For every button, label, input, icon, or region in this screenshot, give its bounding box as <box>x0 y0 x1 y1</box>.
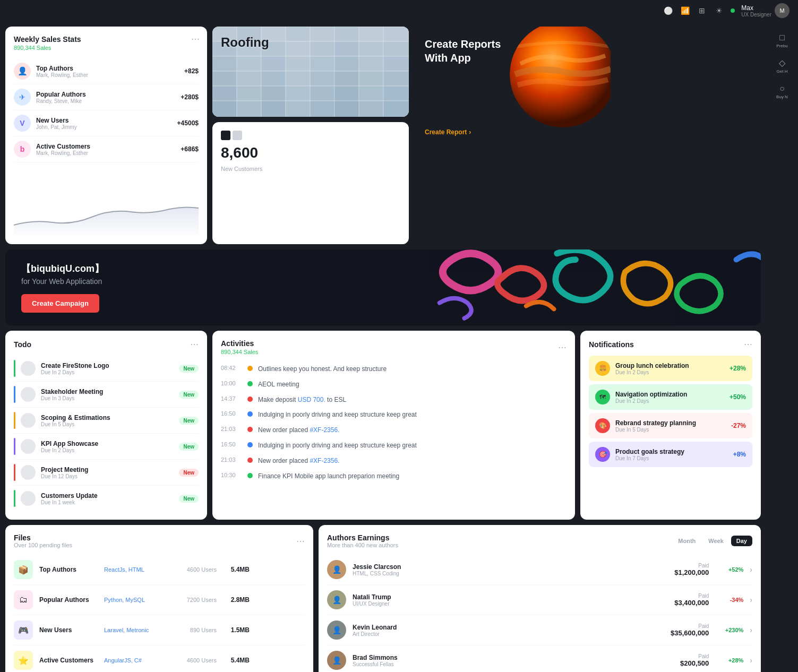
author-arrow-icon[interactable]: › <box>750 626 752 634</box>
user-avatar[interactable]: M <box>775 3 790 18</box>
files-title: Files <box>14 533 72 542</box>
status-dot <box>731 8 735 13</box>
activity-link[interactable]: USD 700. <box>298 396 325 403</box>
active-customers-info: Active Customers Mark, Rowling, Esther <box>36 143 175 156</box>
roofing-title: Roofing <box>221 35 269 50</box>
svg-rect-23 <box>359 56 383 71</box>
svg-rect-29 <box>310 71 334 86</box>
row-3: Todo ⋯ Create FireStone Logo Due In 2 Da… <box>5 331 761 520</box>
todo-badge: New <box>179 391 199 399</box>
activity-dot <box>247 411 253 417</box>
todo-card: Todo ⋯ Create FireStone Logo Due In 2 Da… <box>5 331 207 520</box>
search-icon[interactable]: ⚪ <box>663 5 673 16</box>
todo-info: Scoping & Estimations Due In 5 Days <box>41 414 174 427</box>
activity-item: 14:37 Make deposit USD 700. to ESL <box>221 392 567 408</box>
svg-rect-15 <box>359 41 383 56</box>
todo-info: KPI App Showcase Due In 2 Days <box>41 440 174 453</box>
todo-item: Scoping & Estimations Due In 5 Days New <box>14 408 199 434</box>
todo-bar <box>14 412 15 429</box>
file-item: 🗂 Popular Authors Python, MySQL 7200 Use… <box>14 585 305 615</box>
sidebar-right: □ Prebu ◇ Get H ○ Buy N <box>766 21 798 672</box>
svg-rect-25 <box>212 71 237 86</box>
top-authors-value: +82$ <box>184 67 199 75</box>
create-campaign-button[interactable]: Create Campaign <box>21 294 99 313</box>
activities-subtitle: 890,344 Sales <box>221 349 258 355</box>
author-avatar: 👤 <box>327 651 346 670</box>
todo-avatar <box>21 413 36 428</box>
author-payment: Paid $1,200,000 <box>674 563 709 576</box>
files-menu[interactable]: ⋯ <box>296 536 305 546</box>
new-users-name: New Users <box>36 117 172 124</box>
todo-bar <box>14 360 15 377</box>
sidebar-item-prebu[interactable]: □ Prebu <box>771 30 793 51</box>
top-authors-icon: 👤 <box>14 63 31 80</box>
reports-content: Create ReportsWith App Create Report › <box>414 27 611 147</box>
new-customers-number: 8,600 <box>221 144 400 161</box>
author-avatar: 👤 <box>327 560 346 579</box>
sales-chart <box>14 193 199 236</box>
todo-badge: New <box>179 417 199 425</box>
author-arrow-icon[interactable]: › <box>750 565 752 574</box>
notif-icon: 🎨 <box>595 418 610 433</box>
svg-rect-36 <box>286 86 310 101</box>
stat-list: 👤 Top Authors Mark, Rowling, Esther +82$… <box>14 58 199 162</box>
todo-menu[interactable]: ⋯ <box>190 339 199 349</box>
author-change: +52% <box>719 566 743 573</box>
period-tab-week[interactable]: Week <box>703 536 729 546</box>
notifications-menu[interactable]: ⋯ <box>744 339 752 349</box>
weekly-sales-card: Weekly Sales Stats 890,344 Sales ⋯ 👤 Top… <box>5 27 207 244</box>
popular-authors-people: Randy, Steve, Mike <box>36 98 175 104</box>
authors-header: Authors Earnings More than 400 new autho… <box>327 533 752 548</box>
notif-value: +28% <box>730 365 746 372</box>
period-tab-month[interactable]: Month <box>673 536 701 546</box>
new-users-icon: V <box>14 115 31 132</box>
brightness-icon[interactable]: ☀ <box>714 5 724 16</box>
activity-dot <box>247 473 253 478</box>
todo-badge: New <box>179 365 199 373</box>
activities-menu[interactable]: ⋯ <box>558 342 567 352</box>
user-info: Max UX Designer M <box>741 3 790 18</box>
author-change: +28% <box>719 657 743 664</box>
sidebar-item-buy-n[interactable]: ○ Buy N <box>771 81 793 102</box>
author-info: Jessie Clarcson HTML, CSS Coding <box>353 563 668 576</box>
activities-title: Activities <box>221 339 258 348</box>
svg-rect-32 <box>383 71 409 86</box>
svg-rect-39 <box>359 86 383 101</box>
weekly-sales-subtitle: 890,344 Sales <box>14 45 199 51</box>
top-authors-name: Top Authors <box>36 65 179 72</box>
reports-card: Create ReportsWith App Create Report › <box>414 27 611 244</box>
roofing-col: Roofing 8,600 New Customers <box>212 27 409 244</box>
svg-rect-21 <box>310 56 334 71</box>
active-customers-value: +686$ <box>181 145 199 153</box>
svg-rect-28 <box>286 71 310 86</box>
author-arrow-icon[interactable]: › <box>750 596 752 604</box>
top-authors-people: Mark, Rowling, Esther <box>36 72 179 78</box>
notif-info: Navigation optimization Due In 2 Days <box>615 391 724 404</box>
svg-rect-46 <box>334 101 359 117</box>
svg-rect-14 <box>334 41 359 56</box>
svg-rect-37 <box>310 86 334 101</box>
author-item: 👤 Kevin Leonard Art Director Paid $35,60… <box>327 615 752 645</box>
activity-link[interactable]: #XF-2356. <box>310 457 339 464</box>
new-users-info: New Users John, Pat, Jimmy <box>36 117 172 130</box>
author-arrow-icon[interactable]: › <box>750 656 752 665</box>
author-change: +230% <box>719 627 743 633</box>
stat-item-new-users: V New Users John, Pat, Jimmy +4500$ <box>14 110 199 136</box>
activity-link[interactable]: #XF-2356. <box>310 426 339 434</box>
svg-rect-19 <box>261 56 286 71</box>
sidebar-item-get-h[interactable]: ◇ Get H <box>771 55 793 76</box>
new-customers-label: New Customers <box>221 166 400 172</box>
new-users-people: John, Pat, Jimmy <box>36 124 172 130</box>
svg-rect-40 <box>383 86 409 101</box>
author-payment: Paid $3,400,000 <box>674 593 709 607</box>
create-report-link[interactable]: Create Report › <box>425 128 600 136</box>
todo-avatar <box>21 491 36 506</box>
period-tab-day[interactable]: Day <box>731 536 752 546</box>
notification-item: 🗺 Navigation optimization Due In 2 Days … <box>589 384 752 410</box>
grid-icon[interactable]: ⊞ <box>697 5 707 16</box>
author-avatar: 👤 <box>327 621 346 640</box>
weekly-sales-menu[interactable]: ⋯ <box>191 34 200 44</box>
sidebar-prebu-icon: □ <box>779 33 785 42</box>
svg-rect-7 <box>359 27 383 41</box>
roofing-image: Roofing <box>212 27 409 117</box>
